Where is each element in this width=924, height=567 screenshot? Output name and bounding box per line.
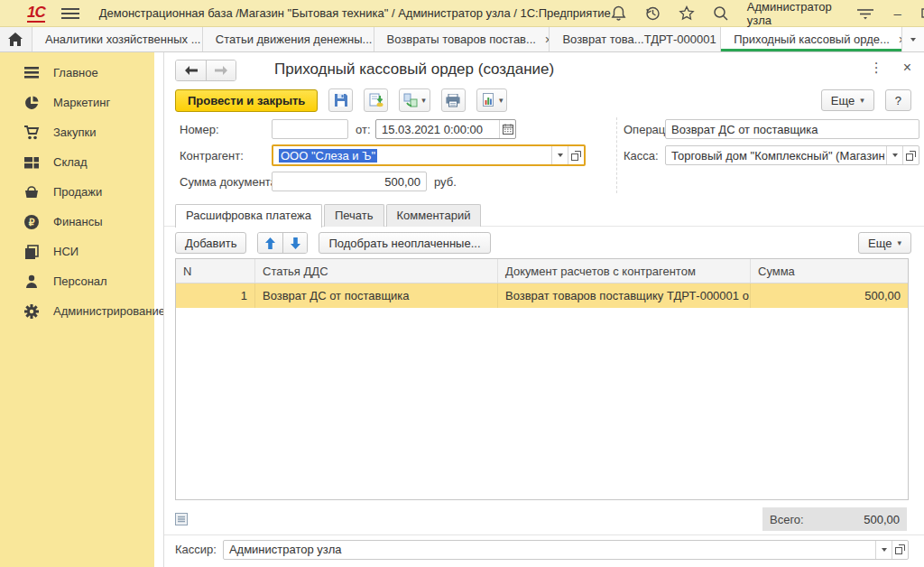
tab-analytics[interactable]: Аналитики хозяйственных ... ×: [32, 27, 203, 51]
open-link-icon: [895, 544, 905, 554]
sidebar-item-prodazhi[interactable]: Продажи: [0, 177, 154, 207]
tab-supplier-returns[interactable]: Возвраты товаров постав... ×: [374, 27, 550, 51]
post-document-button[interactable]: [364, 88, 388, 112]
tab-cash-receipt-order[interactable]: Приходный кассовый орде... ×: [721, 27, 902, 51]
main-menu-button[interactable]: [61, 7, 79, 20]
home-tab[interactable]: [0, 27, 32, 51]
table-more-button[interactable]: Еще▾: [858, 232, 911, 254]
sidebar-item-sklad[interactable]: Склад: [0, 147, 154, 177]
pick-unpaid-button[interactable]: Подобрать неоплаченные...: [319, 232, 490, 254]
chevron-down-icon: ▾: [860, 96, 864, 105]
sidebar-item-label: Закупки: [53, 125, 96, 139]
tab-label: Возвраты товаров постав...: [387, 33, 536, 46]
list-settings-icon[interactable]: [175, 513, 188, 525]
post-and-close-button[interactable]: Провести и закрыть: [175, 89, 318, 112]
report-chart-icon: [481, 93, 495, 107]
form-close-button[interactable]: ×: [903, 60, 911, 76]
col-article[interactable]: Статья ДДС: [255, 259, 498, 283]
number-input[interactable]: [272, 119, 348, 139]
cashbox-value: Торговый дом "Комплексный" (Магазин "Пр: [671, 149, 886, 163]
tab-label: Возврат това...ТДРТ-000001: [562, 33, 716, 46]
print-button[interactable]: [441, 88, 466, 112]
sidebar-item-marketing[interactable]: Маркетинг: [0, 88, 154, 117]
form-more-button[interactable]: ⋮: [870, 60, 883, 76]
back-button[interactable]: [176, 60, 206, 80]
grid-icon: [23, 154, 40, 171]
reports-button[interactable]: ▾: [476, 88, 508, 112]
tab-return-tdrt[interactable]: Возврат това...ТДРТ-000001 ×: [550, 27, 721, 51]
sidebar-item-finansy[interactable]: ₽ Финансы: [0, 207, 154, 237]
cashbox-open-button[interactable]: [902, 146, 919, 164]
move-up-button[interactable]: [258, 233, 282, 253]
cashier-label: Кассир:: [175, 543, 217, 556]
amount-label: Сумма документа:: [180, 175, 280, 189]
chevron-down-icon: ▾: [499, 96, 504, 105]
search-icon: [713, 5, 729, 22]
tab-comment[interactable]: Комментарий: [386, 204, 482, 227]
detail-tabs: Расшифровка платежа Печать Комментарий: [175, 204, 924, 227]
counterparty-dropdown-button[interactable]: [551, 146, 568, 164]
tab-cashflow-items[interactable]: Статьи движения денежны... ×: [203, 27, 374, 51]
sidebar-item-glavnoe[interactable]: Главное: [0, 58, 154, 88]
history-button[interactable]: [644, 5, 661, 22]
date-label: от:: [356, 123, 371, 136]
move-down-button[interactable]: [282, 233, 307, 253]
col-sum[interactable]: Сумма: [751, 259, 908, 283]
table-row[interactable]: 1 Возврат ДС от поставщика Возврат товар…: [176, 284, 908, 308]
counterparty-input[interactable]: ООО "Слеза и Ъ": [272, 144, 586, 166]
save-button[interactable]: [328, 88, 353, 112]
cashier-open-button[interactable]: [892, 541, 908, 559]
col-n[interactable]: N: [176, 259, 255, 283]
cell-article[interactable]: Возврат ДС от поставщика: [255, 284, 498, 308]
tab-payment-details[interactable]: Расшифровка платежа: [175, 204, 322, 228]
document-form: Приходный кассовый ордер (создание) ⋮ × …: [163, 52, 924, 567]
amount-input[interactable]: 500,00: [272, 172, 427, 191]
cashier-input[interactable]: Администратор узла: [223, 540, 909, 560]
arrow-down-icon: [291, 237, 300, 249]
cashbox-dropdown-button[interactable]: [886, 146, 902, 164]
add-row-button[interactable]: Добавить: [175, 232, 246, 254]
current-user[interactable]: Администратор узла: [747, 0, 839, 27]
tab-close-icon[interactable]: ×: [899, 33, 902, 46]
arrow-right-icon: [215, 66, 227, 75]
sidebar-item-label: Склад: [53, 155, 88, 169]
settings-button[interactable]: [857, 7, 873, 20]
sidebar-item-label: НСИ: [53, 245, 79, 258]
chevron-down-icon: [910, 38, 916, 42]
cart-icon: [23, 125, 40, 141]
calendar-button[interactable]: [499, 120, 515, 138]
operation-input[interactable]: Возврат ДС от поставщика: [665, 119, 919, 139]
create-based-on-button[interactable]: ▾: [399, 88, 430, 112]
tab-print[interactable]: Печать: [324, 204, 384, 227]
sidebar-item-administrirovanie[interactable]: Администрирование: [0, 296, 154, 326]
date-input[interactable]: 15.03.2021 0:00:00: [375, 119, 516, 139]
open-windows-tabbar: Аналитики хозяйственных ... × Статьи дви…: [0, 27, 924, 52]
forward-button[interactable]: [206, 60, 236, 80]
minimize-button[interactable]: –: [892, 5, 903, 21]
toolbar-more-button[interactable]: Еще▾: [821, 89, 874, 111]
cell-document[interactable]: Возврат товаров поставщику ТДРТ-000001 о…: [498, 284, 751, 308]
sidebar-item-zakupki[interactable]: Закупки: [0, 117, 154, 147]
cell-sum[interactable]: 500,00: [751, 284, 908, 308]
window-title: Демонстрационная база /Магазин "Бытовая …: [99, 6, 611, 20]
gear-icon: [23, 303, 40, 320]
date-value: 15.03.2021 0:00:00: [382, 123, 483, 136]
sidebar-item-nsi[interactable]: НСИ: [0, 237, 154, 266]
counterparty-open-button[interactable]: [568, 146, 584, 164]
col-document[interactable]: Документ расчетов с контрагентом: [498, 259, 751, 283]
payment-details-table[interactable]: N Статья ДДС Документ расчетов с контраг…: [175, 258, 909, 500]
favorites-button[interactable]: [679, 5, 695, 21]
calendar-icon: [503, 124, 513, 135]
stack-icon: [23, 244, 40, 260]
cell-n[interactable]: 1: [176, 284, 255, 308]
notifications-button[interactable]: [611, 5, 626, 21]
search-button[interactable]: [713, 5, 729, 22]
sidebar-item-personal[interactable]: Персонал: [0, 266, 154, 296]
table-command-bar: Добавить Подобрать неоплаченные... Еще▾: [164, 226, 924, 258]
help-button[interactable]: ?: [885, 89, 911, 111]
cashbox-input[interactable]: Торговый дом "Комплексный" (Магазин "Пр: [665, 145, 919, 165]
tabs-overflow-button[interactable]: [902, 27, 924, 51]
home-icon: [8, 33, 23, 46]
history-clock-icon: [644, 5, 661, 22]
cashier-dropdown-button[interactable]: [875, 541, 892, 559]
